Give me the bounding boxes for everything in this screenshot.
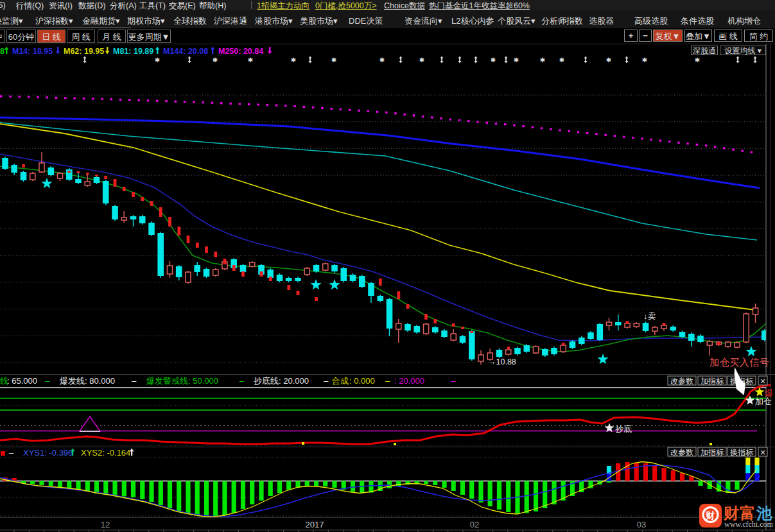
svg-text:M14: 18.95: M14: 18.95 xyxy=(12,47,53,56)
svg-text:加指标: 加指标 xyxy=(701,448,724,457)
svg-text:改参数: 改参数 xyxy=(670,377,693,386)
svg-text:✱: ✱ xyxy=(606,56,611,64)
svg-text:–: – xyxy=(385,376,390,386)
svg-text:: 0.000: : 0.000 xyxy=(349,376,375,386)
svg-text:财: 财 xyxy=(706,510,715,520)
svg-text:M144: 20.08: M144: 20.08 xyxy=(163,47,208,56)
svg-text:M250: 20.84: M250: 20.84 xyxy=(218,47,263,56)
svg-text:M81: 19.89: M81: 19.89 xyxy=(113,47,153,56)
svg-text:–: – xyxy=(239,376,245,386)
svg-text:爆发线: 爆发线 xyxy=(60,376,85,386)
svg-text:✱: ✱ xyxy=(155,56,160,64)
svg-text:✱: ✱ xyxy=(514,56,519,64)
svg-text:✱: ✱ xyxy=(291,56,296,64)
svg-text:加仓: 加仓 xyxy=(755,397,772,406)
svg-text:✱: ✱ xyxy=(248,56,253,64)
svg-text:M62: 19.95: M62: 19.95 xyxy=(64,47,104,56)
svg-text:抄底: 抄底 xyxy=(615,424,632,434)
svg-text:✱: ✱ xyxy=(331,56,336,64)
svg-text:: 80.000: : 80.000 xyxy=(85,376,115,386)
svg-text:合成: 合成 xyxy=(332,376,349,386)
svg-text:↓卖: ↓卖 xyxy=(643,311,656,321)
svg-text:: 20.000: : 20.000 xyxy=(394,376,424,386)
svg-text:抄底线: 抄底线 xyxy=(254,376,279,386)
svg-text:✱: ✱ xyxy=(642,56,647,64)
svg-text:03: 03 xyxy=(637,520,646,529)
svg-text:8: 8 xyxy=(0,47,4,56)
svg-text:✱: ✱ xyxy=(559,56,564,64)
svg-text:✱: ✱ xyxy=(491,56,496,64)
svg-text:02: 02 xyxy=(470,520,479,529)
svg-text:: 20.000: : 20.000 xyxy=(279,376,309,386)
svg-text:✱: ✱ xyxy=(419,56,424,64)
svg-text:✱: ✱ xyxy=(213,56,218,64)
svg-text:www.cfchi.com: www.cfchi.com xyxy=(724,520,774,529)
svg-text:✕: ✕ xyxy=(760,449,765,456)
svg-text:: 50.000: : 50.000 xyxy=(188,376,218,386)
svg-text:换指标: 换指标 xyxy=(730,448,754,457)
svg-text:–: – xyxy=(451,376,456,386)
svg-text:12: 12 xyxy=(101,520,110,529)
svg-text:2017: 2017 xyxy=(306,520,324,529)
svg-text:→10.88: →10.88 xyxy=(488,357,516,366)
svg-text:✕: ✕ xyxy=(760,377,765,385)
svg-text:✱: ✱ xyxy=(540,56,545,64)
svg-text:爆发警戒线: 爆发警戒线 xyxy=(146,376,188,386)
svg-text:XYS2: -0.164: XYS2: -0.164 xyxy=(81,448,130,458)
svg-text:–: – xyxy=(324,376,329,386)
svg-text:✱: ✱ xyxy=(379,56,385,64)
svg-text:加仓买入信号: 加仓买入信号 xyxy=(710,357,769,368)
svg-text:–: – xyxy=(45,376,50,386)
svg-text:XYS1: -0.396: XYS1: -0.396 xyxy=(23,448,73,458)
svg-text:–: – xyxy=(132,376,137,386)
svg-text:: 65.000: : 65.000 xyxy=(7,376,37,386)
svg-text:✱: ✱ xyxy=(695,56,700,64)
svg-text:改参数: 改参数 xyxy=(670,448,693,457)
svg-text:–: – xyxy=(9,448,14,458)
svg-text:加指标: 加指标 xyxy=(701,377,724,386)
